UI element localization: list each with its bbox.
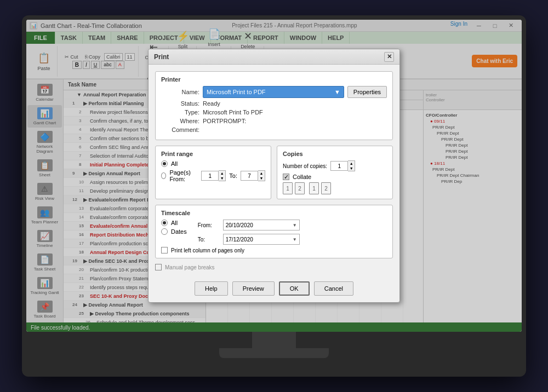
screen: 📊 Gantt Chart - Real-Time Collaboration … bbox=[26, 20, 522, 332]
dialog-overlay: Print ✕ Printer Name: Microsoft Print to… bbox=[26, 20, 522, 332]
printer-comment-row: Comment: bbox=[161, 126, 387, 133]
dialog-body: Printer Name: Microsoft Print to PDF ▼ P… bbox=[149, 65, 399, 277]
copy-page-1: 1 bbox=[283, 182, 293, 194]
preview-button[interactable]: Preview bbox=[232, 281, 275, 296]
dropdown-arrow-icon: ▼ bbox=[334, 89, 340, 95]
range-copies-row: Print range All Page(s) From: bbox=[155, 146, 393, 205]
copies-title: Copies bbox=[283, 151, 387, 157]
dates-from-select[interactable]: 20/10/2020 ▼ bbox=[223, 220, 300, 230]
timescale-body: All Dates From: bbox=[161, 220, 387, 245]
printer-type-label: Type: bbox=[161, 109, 199, 116]
copy-page-2: 2 bbox=[295, 182, 305, 194]
copy-page-4: 2 bbox=[321, 182, 331, 194]
dates-to-select[interactable]: 17/12/2020 ▼ bbox=[223, 234, 300, 245]
range-to-label: To: bbox=[229, 172, 237, 179]
print-range-title: Print range bbox=[161, 151, 265, 157]
range-from-arrows: ▲ ▼ bbox=[219, 170, 226, 181]
timescale-right: From: 20/10/2020 ▼ To: 17/12/20 bbox=[198, 220, 387, 245]
print-dialog: Print ✕ Printer Name: Microsoft Print to… bbox=[148, 49, 400, 303]
copies-num-row: Number of copies: ▲ ▼ bbox=[283, 160, 387, 171]
print-left-col-row: Print left column of pages only bbox=[161, 247, 387, 253]
copies-num-label: Number of copies: bbox=[283, 163, 327, 169]
range-all-radio[interactable] bbox=[161, 160, 168, 167]
collate-label: Collate bbox=[293, 174, 311, 180]
range-to-down[interactable]: ▼ bbox=[258, 176, 265, 181]
manual-breaks-checkbox[interactable] bbox=[155, 264, 162, 270]
collate-row: ✓ Collate bbox=[283, 174, 387, 180]
timescale-dates-row: Dates bbox=[161, 228, 187, 235]
copies-arrows: ▲ ▼ bbox=[348, 160, 355, 171]
manual-breaks-label: Manual page breaks bbox=[165, 264, 215, 270]
range-all-row: All bbox=[161, 160, 265, 167]
dialog-title-label: Print bbox=[154, 53, 169, 61]
copy-page-3: 1 bbox=[309, 182, 319, 194]
dates-from-row: From: 20/10/2020 ▼ bbox=[198, 220, 387, 230]
printer-section-title: Printer bbox=[161, 76, 387, 83]
range-pages-radio[interactable] bbox=[161, 172, 166, 179]
timescale-left: All Dates bbox=[161, 220, 187, 245]
properties-button[interactable]: Properties bbox=[347, 86, 387, 98]
help-button[interactable]: Help bbox=[195, 281, 228, 296]
copies-num-input[interactable] bbox=[330, 161, 348, 171]
print-range-section: Print range All Page(s) From: bbox=[155, 146, 271, 199]
printer-section: Printer Name: Microsoft Print to PDF ▼ P… bbox=[155, 71, 393, 140]
printer-where-label: Where: bbox=[161, 118, 199, 124]
range-to-arrows: ▲ ▼ bbox=[258, 170, 265, 181]
range-from-up[interactable]: ▲ bbox=[219, 171, 225, 176]
copies-section: Copies Number of copies: ▲ ▼ bbox=[277, 146, 393, 199]
printer-status-value: Ready bbox=[203, 100, 220, 107]
timescale-section: Timescale All Dates bbox=[155, 205, 393, 258]
range-to-input[interactable] bbox=[241, 171, 258, 181]
printer-status-label: Status: bbox=[161, 100, 199, 107]
copies-up[interactable]: ▲ bbox=[348, 161, 355, 166]
timescale-all-label: All bbox=[171, 220, 178, 226]
printer-name-label: Name: bbox=[161, 89, 199, 95]
printer-name-select[interactable]: Microsoft Print to PDF ▼ bbox=[203, 86, 344, 98]
timescale-all-row: All bbox=[161, 220, 187, 226]
timescale-dates-radio[interactable] bbox=[161, 228, 168, 235]
dates-from-value: 20/10/2020 bbox=[226, 222, 253, 228]
printer-status-row: Status: Ready bbox=[161, 100, 387, 107]
printer-where-row: Where: PORTPROMPT: bbox=[161, 118, 387, 124]
dates-to-label: To: bbox=[198, 237, 220, 243]
range-from-input[interactable] bbox=[201, 171, 219, 181]
print-left-col-label: Print left column of pages only bbox=[171, 247, 244, 253]
range-from-down[interactable]: ▼ bbox=[219, 176, 225, 181]
dialog-title: Print ✕ bbox=[149, 49, 399, 65]
timescale-dates-label: Dates bbox=[171, 228, 187, 235]
monitor-stand-base bbox=[219, 348, 329, 358]
copies-num-spinner[interactable]: ▲ ▼ bbox=[330, 160, 355, 171]
dialog-close-button[interactable]: ✕ bbox=[384, 52, 394, 62]
print-left-col-checkbox[interactable] bbox=[161, 247, 168, 253]
printer-type-value: Microsoft Print To PDF bbox=[203, 109, 263, 116]
range-pages-row: Page(s) From: ▲ ▼ To: bbox=[161, 169, 265, 182]
copies-icon-area: 1 2 1 2 bbox=[283, 182, 387, 194]
range-pages-label: Page(s) From: bbox=[169, 169, 198, 182]
dates-to-value: 17/12/2020 bbox=[226, 237, 253, 243]
range-from-spinner[interactable]: ▲ ▼ bbox=[201, 170, 226, 181]
dates-to-arrow-icon: ▼ bbox=[293, 237, 297, 242]
printer-where-value: PORTPROMPT: bbox=[203, 118, 246, 124]
range-to-up[interactable]: ▲ bbox=[258, 171, 265, 176]
dates-from-label: From: bbox=[198, 222, 220, 228]
dates-to-row: To: 17/12/2020 ▼ bbox=[198, 234, 387, 245]
monitor-stand-neck bbox=[252, 332, 296, 348]
collate-checkbox[interactable]: ✓ bbox=[283, 174, 289, 180]
printer-name-value: Microsoft Print to PDF bbox=[207, 89, 266, 95]
dates-from-arrow-icon: ▼ bbox=[293, 223, 297, 228]
dialog-footer: Help Preview OK Cancel bbox=[149, 277, 399, 302]
timescale-title: Timescale bbox=[161, 210, 387, 216]
cancel-button[interactable]: Cancel bbox=[314, 281, 353, 296]
monitor: 📊 Gantt Chart - Real-Time Collaboration … bbox=[22, 15, 526, 377]
printer-comment-label: Comment: bbox=[161, 126, 199, 133]
ok-button[interactable]: OK bbox=[279, 281, 310, 296]
timescale-all-radio[interactable] bbox=[161, 220, 168, 226]
copies-down[interactable]: ▼ bbox=[348, 166, 355, 171]
range-all-label: All bbox=[171, 160, 178, 167]
printer-type-row: Type: Microsoft Print To PDF bbox=[161, 109, 387, 116]
printer-name-row: Name: Microsoft Print to PDF ▼ Propertie… bbox=[161, 86, 387, 98]
manual-breaks-row: Manual page breaks bbox=[155, 264, 393, 270]
range-to-spinner[interactable]: ▲ ▼ bbox=[241, 170, 265, 181]
